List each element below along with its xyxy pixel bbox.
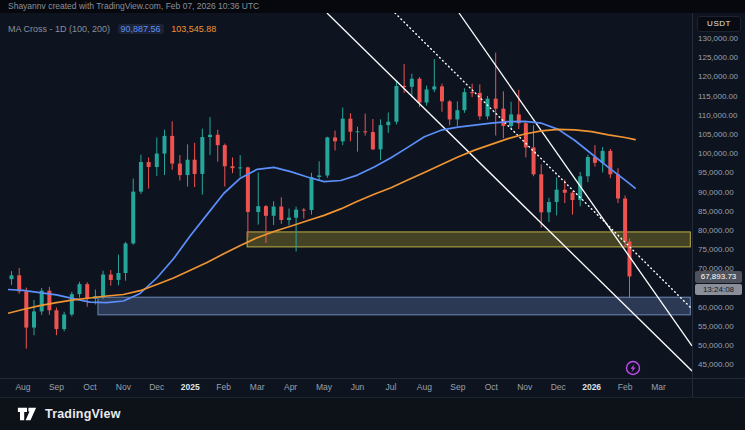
plot-area [8, 13, 692, 371]
price-axis-label: 100,000.00 [698, 149, 738, 158]
support-zone [98, 297, 690, 315]
time-axis-label: Dec [149, 382, 164, 392]
price-chart-canvas[interactable] [0, 0, 745, 430]
descending-trendline-right [459, 13, 692, 346]
indicator-detail: - 1D (100, 200) [50, 24, 111, 34]
time-axis-label: Sep [49, 382, 64, 392]
time-axis-label: 2025 [181, 382, 200, 392]
time-axis-label: Aug [417, 382, 432, 392]
time-axis-label: Nov [517, 382, 532, 392]
price-axis-label: 90,000.00 [698, 187, 734, 196]
price-axis-label: 95,000.00 [698, 168, 734, 177]
time-axis-label: Nov [116, 382, 131, 392]
price-axis-label: 80,000.00 [698, 226, 734, 235]
price-axis-label: 110,000.00 [698, 110, 737, 119]
time-axis-label: Feb [216, 382, 231, 392]
tradingview-brand[interactable]: TradingView [16, 407, 121, 421]
time-axis-label: Feb [618, 382, 633, 392]
currency-toggle-button[interactable]: USDT [697, 16, 741, 32]
time-axis-label: Mar [250, 382, 265, 392]
price-axis-label: 85,000.00 [698, 206, 734, 215]
time-axis-label: Jul [386, 382, 397, 392]
descending-trendline-dotted [395, 13, 692, 309]
time-axis[interactable]: AugSepOctNovDec2025FebMarAprMayJunJulAug… [0, 379, 693, 397]
time-axis-label: Aug [15, 382, 30, 392]
price-axis-label: 115,000.00 [698, 91, 737, 100]
price-axis-label: 50,000.00 [698, 341, 734, 350]
price-axis-label: 105,000.00 [698, 130, 738, 139]
time-axis-label: Sep [450, 382, 465, 392]
price-zones [98, 232, 690, 315]
time-axis-label: Jun [351, 382, 365, 392]
tradingview-snapshot: Shayannv created with TradingView.com, F… [0, 0, 745, 430]
price-axis[interactable]: USDT 130,000.00125,000.00120,000.00115,0… [693, 13, 745, 397]
time-axis-label: Dec [551, 382, 566, 392]
tradingview-logo-icon [16, 407, 38, 421]
indicator-name: MA Cross [8, 24, 47, 34]
price-axis-label: 130,000.00 [698, 34, 738, 43]
price-axis-label: 45,000.00 [698, 360, 734, 369]
bar-countdown-label: 13:24:08 [695, 284, 742, 295]
ma100-legend-value: 90,887.56 [118, 24, 164, 34]
indicator-legend[interactable]: MA Cross - 1D (100, 200) 90,887.56 103,5… [8, 24, 216, 34]
tradingview-brand-text: TradingView [45, 407, 121, 421]
price-axis-label: 120,000.00 [698, 72, 738, 81]
time-axis-label: Mar [651, 382, 666, 392]
flash-marker [627, 362, 640, 375]
price-axis-label: 125,000.00 [698, 53, 738, 62]
time-axis-label: Apr [284, 382, 297, 392]
time-axis-label: Oct [83, 382, 96, 392]
price-axis-label: 60,000.00 [698, 302, 734, 311]
ma200-legend-value: 103,545.88 [171, 24, 216, 34]
time-axis-label: 2026 [582, 382, 601, 392]
price-axis-label: 75,000.00 [698, 245, 734, 254]
time-axis-label: May [316, 382, 332, 392]
price-axis-label: 55,000.00 [698, 322, 734, 331]
last-price-label: 67,893.73 [695, 271, 742, 283]
time-axis-label: Oct [485, 382, 498, 392]
branding-footer: TradingView [0, 398, 745, 430]
